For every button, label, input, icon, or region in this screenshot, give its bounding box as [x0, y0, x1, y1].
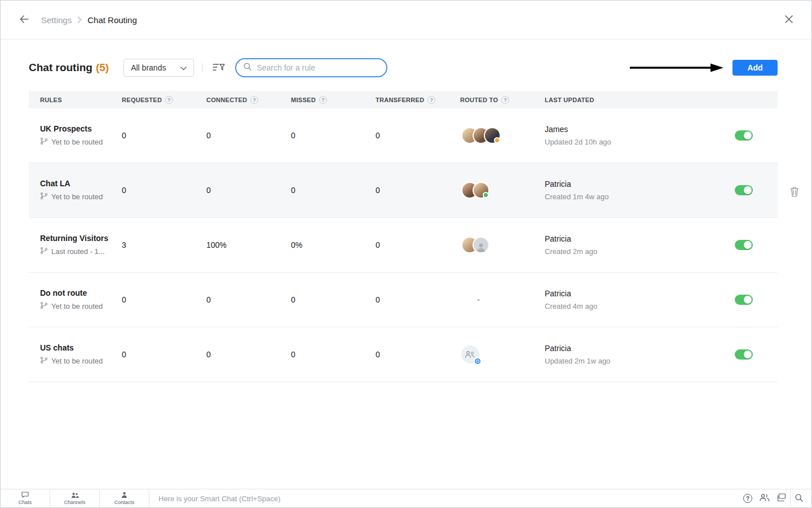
add-rule-button[interactable]: Add [732, 60, 778, 76]
status-online-dot [483, 192, 489, 198]
footer-tab-label: Chats [19, 500, 32, 505]
chevron-down-icon [180, 63, 187, 72]
help-icon[interactable]: ? [165, 96, 173, 104]
avatar [484, 127, 501, 144]
help-icon[interactable]: ? [427, 96, 435, 104]
routed-to-avatars [460, 237, 489, 253]
column-header-routed-to: ROUTED TO? [460, 96, 545, 104]
brand-filter-label: All brands [131, 63, 166, 72]
rule-enabled-toggle[interactable] [735, 130, 753, 141]
search-icon [243, 62, 252, 73]
bottom-bar: Chats Channels Contacts ? [1, 489, 811, 507]
missed-value: 0 [291, 186, 376, 195]
close-button[interactable] [782, 12, 796, 28]
updated-time: Updated 2m 1w ago [545, 357, 711, 365]
breadcrumb-current: Chat Routing [87, 15, 137, 25]
page-title: Chat routing (5) [29, 62, 109, 74]
footer-search-button[interactable] [790, 490, 807, 507]
agents-button[interactable] [756, 490, 773, 507]
filter-button[interactable] [210, 60, 227, 76]
brand-filter-dropdown[interactable]: All brands [123, 59, 194, 77]
rule-enabled-toggle[interactable] [735, 349, 753, 360]
table-row[interactable]: Returning Visitors Last routed - 1... 3 … [29, 218, 778, 273]
help-button[interactable]: ? [739, 490, 756, 507]
rule-status: Yet to be routed [51, 192, 103, 201]
requested-value: 0 [122, 295, 206, 304]
rule-status: Yet to be routed [51, 138, 103, 146]
rule-name[interactable]: Returning Visitors [40, 234, 122, 243]
table-row[interactable]: US chats Yet to be routed 0 0 0 0 Patric… [29, 327, 778, 382]
stack-icon [777, 493, 786, 503]
connected-value: 0 [206, 186, 291, 195]
routed-to-avatars [460, 127, 501, 144]
transferred-value: 0 [376, 295, 460, 304]
footer-tab-channels[interactable]: Channels [50, 489, 100, 507]
help-icon[interactable]: ? [319, 96, 327, 104]
updated-time: Created 1m 4w ago [545, 192, 711, 201]
transferred-value: 0 [376, 350, 460, 359]
table-row[interactable]: Do not route Yet to be routed 0 0 0 0 - … [29, 273, 778, 327]
rule-search-box [235, 58, 387, 77]
cards-stack-button[interactable] [773, 490, 790, 507]
table-header-row: RULES REQUESTED? CONNECTED? MISSED? TRAN… [29, 91, 778, 108]
route-branch-icon [40, 301, 48, 311]
delete-rule-button[interactable] [788, 185, 801, 201]
smart-chat-input[interactable] [149, 489, 739, 507]
updated-time: Created 4m ago [545, 302, 711, 310]
topbar: Settings Chat Routing [1, 1, 811, 40]
avatar-placeholder [473, 237, 489, 253]
updated-time: Created 2m ago [545, 247, 711, 256]
rule-name[interactable]: UK Prospects [40, 124, 122, 133]
table-row[interactable]: Chat LA Yet to be routed 0 0 0 0 Patrici… [29, 163, 778, 218]
breadcrumb-settings[interactable]: Settings [41, 15, 72, 25]
back-button[interactable] [16, 11, 32, 29]
route-branch-icon [40, 247, 48, 256]
requested-value: 0 [122, 186, 206, 195]
updated-by: Patricia [545, 234, 711, 243]
rule-enabled-toggle[interactable] [735, 295, 753, 305]
search-input[interactable] [257, 63, 379, 72]
search-icon [795, 493, 804, 504]
footer-tab-label: Contacts [114, 500, 135, 505]
column-header-requested: REQUESTED? [122, 96, 206, 104]
help-icon[interactable]: ? [250, 96, 258, 104]
breadcrumb: Settings Chat Routing [41, 15, 137, 25]
connected-value: 0 [206, 131, 291, 140]
routed-to-group-icon [461, 345, 479, 364]
column-header-rules: RULES [29, 97, 122, 103]
missed-value: 0 [291, 350, 376, 359]
footer-tab-chats[interactable]: Chats [1, 489, 50, 507]
routed-to-avatars [460, 182, 489, 199]
trash-icon [790, 187, 799, 199]
updated-by: Patricia [545, 179, 711, 189]
rule-name[interactable]: Do not route [40, 288, 122, 297]
requested-value: 0 [122, 131, 206, 140]
footer-tab-contacts[interactable]: Contacts [100, 489, 149, 507]
breadcrumb-chevron-icon [77, 15, 82, 25]
table-row[interactable]: UK Prospects Yet to be routed 0 0 0 0 Ja… [29, 108, 778, 163]
route-branch-icon [40, 356, 48, 366]
annotation-arrow [629, 62, 725, 74]
connected-value: 0 [206, 295, 291, 304]
chat-routing-table: RULES REQUESTED? CONNECTED? MISSED? TRAN… [29, 91, 778, 382]
rule-count: (5) [96, 62, 109, 74]
rule-name[interactable]: Chat LA [40, 179, 122, 188]
route-branch-icon [40, 192, 48, 202]
avatar [473, 182, 489, 199]
routed-to-empty: - [460, 295, 545, 304]
status-busy-dot [494, 137, 500, 143]
rule-status: Yet to be routed [51, 302, 103, 310]
rule-enabled-toggle[interactable] [735, 240, 753, 250]
chat-routing-page: Settings Chat Routing Chat routing (5) A… [0, 0, 812, 508]
help-icon[interactable]: ? [501, 96, 509, 104]
close-icon [784, 15, 793, 25]
rule-enabled-toggle[interactable] [735, 185, 753, 195]
rule-status: Last routed - 1... [51, 247, 105, 256]
connected-value: 0 [206, 350, 291, 359]
rule-status: Yet to be routed [51, 357, 103, 365]
rule-name[interactable]: US chats [40, 343, 122, 352]
transferred-value: 0 [376, 240, 460, 249]
transferred-value: 0 [376, 186, 460, 195]
missed-value: 0 [291, 131, 376, 140]
updated-by: James [545, 125, 711, 134]
